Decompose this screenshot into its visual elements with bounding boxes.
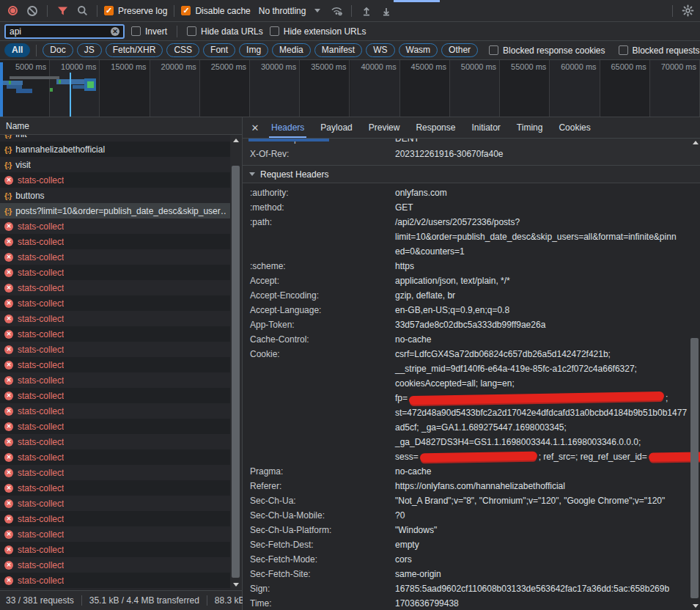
- request-row[interactable]: ✕stats-collect: [0, 172, 230, 188]
- request-row[interactable]: ✕stats-collect: [0, 249, 230, 265]
- request-row[interactable]: ✕stats-collect: [0, 280, 230, 295]
- tab-cookies[interactable]: Cookies: [550, 117, 598, 138]
- request-name: stats-collect: [18, 560, 64, 570]
- filter-pill-js[interactable]: JS: [77, 43, 102, 57]
- scrollbar-thumb[interactable]: [232, 166, 240, 578]
- tab-response[interactable]: Response: [408, 117, 463, 138]
- export-har-button[interactable]: [378, 3, 394, 19]
- filter-input[interactable]: [10, 26, 108, 37]
- request-list-scrollbar[interactable]: [230, 135, 242, 590]
- scrollbar-thumb[interactable]: [690, 338, 699, 598]
- header-name: Accept:: [243, 273, 395, 288]
- tab-payload[interactable]: Payload: [312, 117, 360, 138]
- toggle-blocked-requests[interactable]: Blocked requests: [619, 45, 700, 56]
- filter-pill-css[interactable]: CSS: [166, 43, 199, 57]
- header-value-text: same-origin: [395, 567, 441, 581]
- error-icon: ✕: [4, 422, 13, 431]
- request-row[interactable]: ✕stats-collect: [0, 342, 230, 357]
- request-row[interactable]: ✕stats-collect: [0, 419, 230, 434]
- timeline-tick: 55000 ms: [500, 60, 550, 117]
- header-name: :path:: [243, 215, 395, 259]
- clear-network-log-button[interactable]: [24, 3, 40, 19]
- preserve-log-checkbox: [104, 6, 114, 15]
- header-value-line: __stripe_mid=9df140f6-e64a-419e-85fc-a1c…: [395, 361, 700, 376]
- request-row[interactable]: ✕stats-collect: [0, 265, 230, 280]
- network-conditions-button[interactable]: [328, 3, 345, 19]
- header-value-line: https://onlyfans.com/hannahelizabethoffi…: [395, 479, 700, 493]
- header-value: DENY: [395, 139, 700, 146]
- filter-pill-manifest[interactable]: Manifest: [314, 43, 362, 57]
- search-button[interactable]: [74, 3, 90, 19]
- filter-pill-wasm[interactable]: Wasm: [399, 43, 438, 57]
- disable-cache-toggle[interactable]: Disable cache: [181, 6, 250, 16]
- header-row: Referer:https://onlyfans.com/hannaheliza…: [243, 479, 700, 493]
- filter-pill-img[interactable]: Img: [239, 43, 268, 57]
- request-row[interactable]: ✕stats-collect: [0, 449, 230, 465]
- header-value-text: no-cache: [395, 332, 431, 347]
- request-row[interactable]: ✕stats-collect: [0, 234, 230, 249]
- tab-headers[interactable]: Headers: [263, 117, 312, 138]
- scroll-up-icon[interactable]: [693, 141, 699, 144]
- header-value-line: no-cache: [395, 464, 700, 479]
- scroll-down-icon[interactable]: [233, 583, 239, 587]
- request-row[interactable]: ✕stats-collect: [0, 542, 230, 557]
- request-row[interactable]: ✕stats-collect: [0, 403, 230, 419]
- network-overview-timeline[interactable]: 5000 ms10000 ms15000 ms20000 ms25000 ms3…: [0, 60, 700, 117]
- request-name: stats-collect: [18, 422, 64, 432]
- timeline-tick: 65000 ms: [600, 60, 650, 117]
- filter-pill-ws[interactable]: WS: [366, 43, 394, 57]
- filter-pill-doc[interactable]: Doc: [43, 43, 73, 57]
- timeline-tick: 20000 ms: [150, 60, 200, 117]
- request-row[interactable]: ✕stats-collect: [0, 526, 230, 542]
- record-network-log-button[interactable]: [4, 3, 21, 19]
- settings-button[interactable]: [679, 3, 696, 19]
- invert-toggle[interactable]: Invert: [131, 26, 167, 37]
- scroll-down-icon[interactable]: [693, 604, 699, 608]
- import-har-button[interactable]: [358, 3, 375, 19]
- clear-filter-icon[interactable]: ✕: [111, 27, 119, 36]
- request-row[interactable]: ✕stats-collect: [0, 218, 230, 234]
- filter-pill-other[interactable]: Other: [441, 43, 478, 57]
- request-row[interactable]: {:}posts?limit=10&order=publish_date_des…: [0, 203, 230, 218]
- request-row[interactable]: {:}hannahelizabethofficial: [0, 142, 230, 157]
- request-row[interactable]: ✕stats-collect: [0, 388, 230, 403]
- scroll-up-icon[interactable]: [233, 139, 239, 142]
- request-row[interactable]: {:}visit: [0, 157, 230, 172]
- request-row[interactable]: ✕stats-collect: [0, 326, 230, 342]
- request-row[interactable]: ✕stats-collect: [0, 434, 230, 449]
- request-row[interactable]: ✕stats-collect: [0, 496, 230, 511]
- tab-timing[interactable]: Timing: [509, 117, 551, 138]
- throttling-dropdown[interactable]: No throttling: [259, 6, 321, 16]
- header-value-text: ?0: [395, 508, 405, 523]
- network-conditions-icon: [331, 5, 343, 16]
- overview-bar: [9, 81, 11, 84]
- toggle-blocked-response-cookies[interactable]: Blocked response cookies: [489, 45, 605, 56]
- name-column-header[interactable]: Name: [0, 117, 242, 135]
- filter-pill-font[interactable]: Font: [203, 43, 235, 57]
- hide-data-urls-toggle[interactable]: Hide data URLs: [187, 26, 263, 37]
- request-row[interactable]: ✕stats-collect: [0, 465, 230, 480]
- preserve-log-toggle[interactable]: Preserve log: [104, 6, 167, 16]
- filter-pill-media[interactable]: Media: [272, 43, 311, 57]
- request-row[interactable]: {:}buttons: [0, 188, 230, 203]
- close-icon[interactable]: ✕: [247, 122, 263, 133]
- request-row[interactable]: ✕stats-collect: [0, 480, 230, 496]
- hide-extension-urls-toggle[interactable]: Hide extension URLs: [270, 26, 366, 37]
- filter-pill-all[interactable]: All: [4, 43, 30, 57]
- request-row[interactable]: ✕stats-collect: [0, 511, 230, 526]
- request-row[interactable]: ✕stats-collect: [0, 357, 230, 372]
- preserve-log-label: Preserve log: [118, 6, 167, 16]
- filter-toggle-button[interactable]: [54, 3, 70, 19]
- request-row[interactable]: ✕stats-collect: [0, 573, 230, 588]
- request-row[interactable]: ✕stats-collect: [0, 557, 230, 573]
- details-scrollbar[interactable]: [690, 139, 700, 610]
- request-row[interactable]: ✕stats-collect: [0, 372, 230, 388]
- request-headers-section-toggle[interactable]: Request Headers: [243, 165, 700, 183]
- tab-initiator[interactable]: Initiator: [463, 117, 508, 138]
- error-icon: ✕: [4, 176, 13, 185]
- tab-preview[interactable]: Preview: [361, 117, 408, 138]
- filter-pill-fetch-xhr[interactable]: Fetch/XHR: [106, 43, 163, 57]
- request-row[interactable]: ✕stats-collect: [0, 311, 230, 326]
- request-row[interactable]: {:}init: [0, 135, 230, 142]
- request-row[interactable]: ✕stats-collect: [0, 295, 230, 311]
